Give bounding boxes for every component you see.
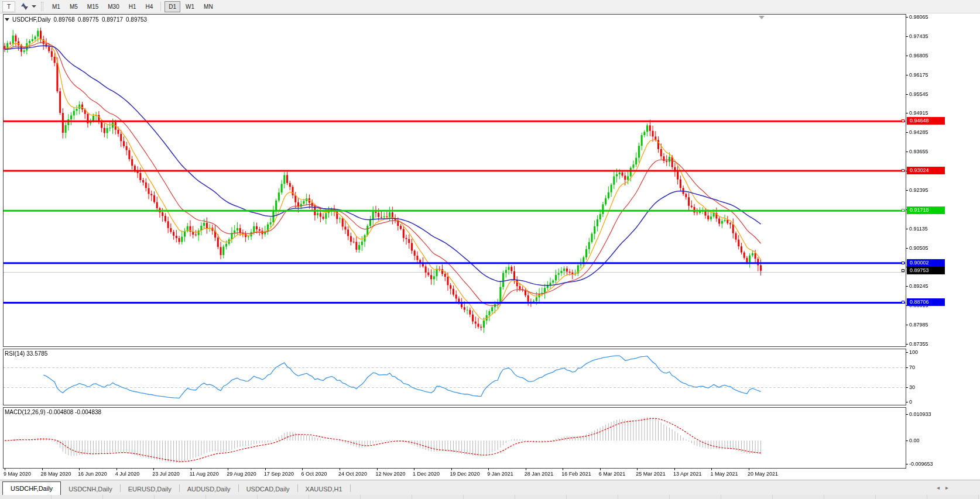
tab-audusd-daily[interactable]: AUDUSD,Daily — [180, 483, 238, 495]
date-tick-label: 1 May 2021 — [710, 471, 738, 477]
price-tick-label: 0.92395 — [909, 187, 928, 194]
price-tick-label: 0.94285 — [909, 129, 928, 136]
date-tick-label: 13 Apr 2021 — [673, 471, 702, 477]
price-tick-label: 0.96175 — [909, 72, 928, 78]
tab-scroll-arrows: ◂▸ — [937, 484, 954, 491]
date-tick-label: 25 Mar 2021 — [636, 471, 666, 477]
price-tick-label: 0.91135 — [909, 226, 928, 232]
level-badge-0.91718: 0.91718 — [907, 207, 945, 214]
date-tick-label: 29 Aug 2020 — [227, 471, 256, 477]
price-tick-label: 0.98065 — [909, 14, 928, 20]
price-tick-label: 0.87985 — [909, 322, 928, 328]
price-tick-label: 0.97435 — [909, 33, 928, 40]
date-tick-label: 19 Dec 2020 — [450, 471, 480, 477]
tab-usdcad-daily[interactable]: USDCAD,Daily — [239, 483, 297, 495]
date-tick-label: 28 May 2020 — [41, 471, 71, 477]
price-tick-label: 0.94915 — [909, 110, 928, 116]
price-tick-label: 0.90505 — [909, 245, 928, 252]
close-value: 0.89753 — [126, 16, 147, 23]
date-tick-label: 28 Jan 2021 — [525, 471, 554, 477]
symbol-dropdown-icon[interactable] — [5, 18, 9, 21]
level-badge-0.88706-marker — [902, 301, 904, 304]
chart-header: USDCHF,Daily 0.89768 0.89775 0.89717 0.8… — [5, 16, 147, 23]
price-chart-canvas[interactable] — [0, 0, 980, 499]
level-badge-0.90002: 0.90002 — [907, 259, 945, 267]
date-tick-label: 1 Dec 2020 — [413, 471, 440, 477]
tab-usdchf-daily[interactable]: USDCHF,Daily — [2, 481, 61, 495]
rsi-panel-label: RSI(14) 33.5785 — [5, 350, 47, 357]
open-value: 0.89768 — [54, 16, 75, 23]
tab-xauusd-h1[interactable]: XAUUSD,H1 — [298, 483, 350, 495]
tab-usdcnh-daily[interactable]: USDCNH,Daily — [61, 483, 120, 495]
level-badge-0.88706: 0.88706 — [907, 298, 945, 306]
horizontal-scrollbar[interactable] — [0, 495, 980, 499]
date-tick-label: 6 Oct 2020 — [301, 471, 327, 477]
price-tick-label: 0.93655 — [909, 149, 928, 155]
date-tick-label: 20 May 2021 — [748, 471, 778, 477]
macd-tick-label: -0.009653 — [909, 461, 933, 467]
level-badge-0.93024-marker — [902, 169, 904, 172]
tab-separator — [350, 484, 351, 492]
low-value: 0.89717 — [102, 16, 123, 23]
level-badge-0.94648: 0.94648 — [907, 117, 945, 125]
macd-panel-label: MACD(12,26,9) -0.004808 -0.004838 — [5, 409, 101, 415]
macd-tick-label: 0.010933 — [909, 411, 931, 418]
symbol-tabs: USDCHF,DailyUSDCNH,DailyEURUSD,DailyAUDU… — [0, 480, 351, 495]
level-badge-0.94648-marker — [902, 119, 904, 122]
level-badge-0.91718-marker — [902, 209, 904, 212]
date-tick-label: 23 Jul 2020 — [152, 471, 180, 477]
date-tick-label: 6 Mar 2021 — [599, 471, 626, 477]
level-badge-0.93024: 0.93024 — [907, 167, 945, 174]
date-tick-label: 9 May 2020 — [4, 471, 31, 477]
date-tick-label: 4 Jul 2020 — [115, 471, 140, 477]
current-price-badge: 0.89753 — [907, 267, 945, 274]
symbol-tabbar: USDCHF,DailyUSDCNH,DailyEURUSD,DailyAUDU… — [0, 480, 980, 495]
current-price-badge-marker — [902, 269, 904, 272]
tab-eurusd-daily[interactable]: EURUSD,Daily — [121, 483, 179, 495]
rsi-tick-label: 100 — [909, 349, 918, 356]
tab-scroll-left-button[interactable]: ◂ — [937, 484, 945, 491]
rsi-tick-label: 0 — [909, 399, 912, 405]
price-tick-label: 0.96805 — [909, 53, 928, 59]
high-value: 0.89775 — [78, 16, 99, 23]
mt4-window: T M1M5M15M30H1H4D1W1MN USDCHF,Daily 0.89… — [0, 0, 980, 499]
macd-tick-label: 0.00 — [909, 438, 920, 444]
price-tick-label: 0.95545 — [909, 91, 928, 98]
symbol-period-label: USDCHF,Daily — [12, 16, 51, 23]
date-tick-label: 16 Feb 2021 — [561, 471, 591, 477]
level-badge-0.90002-marker — [902, 261, 904, 264]
date-tick-label: 17 Sep 2020 — [264, 471, 294, 477]
rsi-tick-label: 70 — [909, 364, 915, 371]
chart-shift-marker[interactable] — [759, 16, 765, 19]
date-tick-label: 12 Nov 2020 — [376, 471, 406, 477]
price-tick-label: 0.87355 — [909, 341, 928, 347]
date-tick-label: 24 Oct 2020 — [338, 471, 367, 477]
price-tick-label: 0.89245 — [909, 283, 928, 290]
date-tick-label: 11 Aug 2020 — [190, 471, 219, 477]
date-tick-label: 16 Jun 2020 — [78, 471, 107, 477]
date-tick-label: 9 Jan 2021 — [487, 471, 513, 477]
rsi-tick-label: 30 — [909, 384, 915, 391]
tab-scroll-right-button[interactable]: ▸ — [945, 484, 954, 491]
